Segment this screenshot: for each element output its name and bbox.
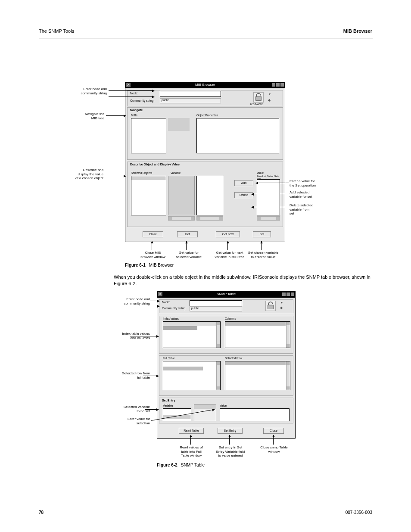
diamond-icon[interactable]: ◆ bbox=[268, 98, 271, 102]
arrow bbox=[109, 96, 154, 97]
arrow bbox=[106, 115, 126, 116]
arrow bbox=[130, 336, 159, 336]
callout-get: Get value forselected variable bbox=[167, 251, 210, 259]
read-table-button[interactable]: Read Table bbox=[179, 428, 204, 434]
close-button[interactable]: Close bbox=[263, 428, 284, 434]
arrow bbox=[109, 90, 154, 91]
mib-tree-thumb bbox=[168, 118, 190, 131]
set-variable-box[interactable] bbox=[163, 408, 191, 421]
full-table-list[interactable] bbox=[163, 361, 221, 390]
diamond-icon[interactable]: ◆ bbox=[280, 306, 283, 310]
delete-button[interactable]: Delete bbox=[234, 192, 253, 198]
callout-read: Read values oftable into FullTable windo… bbox=[170, 445, 213, 458]
arrow bbox=[143, 376, 159, 376]
lock-icon[interactable] bbox=[253, 92, 264, 103]
callout-var: Selected variableto be set bbox=[103, 405, 150, 413]
arrow bbox=[150, 301, 159, 301]
callout-nav: Navigate theMIB tree bbox=[72, 112, 104, 120]
figure1-label: Figure 6-1 bbox=[125, 263, 146, 268]
get-button[interactable]: Get bbox=[177, 231, 198, 237]
arrow bbox=[229, 435, 230, 445]
arrow bbox=[190, 435, 191, 445]
svg-rect-0 bbox=[256, 96, 262, 100]
close-button[interactable]: Close bbox=[143, 231, 163, 237]
callout-node2: Enter node andcommunity string bbox=[107, 297, 150, 305]
lock-icon[interactable] bbox=[265, 301, 276, 311]
set-entry-button[interactable]: Set Entry bbox=[218, 428, 243, 434]
scrollbar[interactable] bbox=[168, 216, 195, 221]
figure2-caption: Figure 6-2SNMP Table bbox=[157, 463, 205, 467]
callout-value2: Enter value forselection bbox=[103, 417, 150, 425]
columns-list[interactable] bbox=[225, 321, 290, 348]
figure1-caption: Figure 6-1MIB Browser bbox=[125, 263, 174, 268]
header-rule bbox=[39, 38, 373, 38]
close-icon[interactable]: X bbox=[126, 83, 131, 87]
set-value-label: Value bbox=[220, 404, 227, 407]
community-input[interactable]: public bbox=[190, 306, 242, 311]
set-entry-panel: Set Entry Variable Value bbox=[159, 398, 293, 423]
figure2-label: Figure 6-2 bbox=[157, 463, 177, 467]
selected-row-list[interactable] bbox=[225, 361, 290, 390]
value-label: Value bbox=[257, 171, 264, 174]
chevron-down-icon[interactable]: ▾ bbox=[269, 92, 271, 96]
set-variable-label: Variable bbox=[163, 404, 173, 407]
arrow bbox=[186, 241, 187, 250]
close-icon[interactable]: X bbox=[158, 292, 162, 296]
community-value: public bbox=[162, 99, 169, 102]
window-titlebar: X MIB Browser bbox=[125, 82, 285, 88]
community-value: public bbox=[191, 307, 199, 310]
window-control-icons[interactable] bbox=[272, 83, 284, 87]
arrow bbox=[145, 409, 159, 410]
figure1-text: MIB Browser bbox=[149, 263, 174, 268]
columns-label: Columns bbox=[225, 317, 236, 320]
callout-add: Add selectedvariable for set bbox=[290, 190, 337, 199]
arrow bbox=[256, 183, 289, 183]
set-button[interactable]: Set bbox=[253, 231, 271, 237]
node-input[interactable] bbox=[190, 300, 242, 306]
arrow bbox=[105, 176, 126, 176]
add-button[interactable]: Add bbox=[234, 180, 253, 186]
snmp-table-window: X SNMP Table Node: Community string: pub… bbox=[157, 291, 296, 439]
value-box[interactable] bbox=[257, 179, 280, 215]
variable-value-box[interactable] bbox=[196, 176, 223, 215]
node-label: Node: bbox=[162, 301, 170, 304]
node-input[interactable] bbox=[160, 91, 221, 97]
mibs-list[interactable] bbox=[131, 118, 166, 153]
scrollbar[interactable] bbox=[196, 216, 223, 221]
community-label: Community string: bbox=[162, 307, 186, 310]
callout-set2: Set entry in SetEntry Variable fieldto v… bbox=[207, 445, 254, 458]
callout-node: Enter node andcommunity string bbox=[64, 87, 107, 95]
index-values-list[interactable] bbox=[163, 321, 221, 348]
window-title: MIB Browser bbox=[195, 83, 215, 87]
chevron-down-icon[interactable]: ▾ bbox=[281, 301, 283, 305]
arrow bbox=[150, 306, 159, 306]
window-titlebar: X SNMP Table bbox=[157, 292, 295, 298]
variable-label: Variable bbox=[171, 171, 181, 174]
selected-row-label: Selected Row bbox=[225, 357, 242, 360]
connection-panel: Node: Community string: public ▾ ◆ read-… bbox=[127, 90, 283, 106]
arrow bbox=[227, 241, 228, 250]
set-value-box[interactable] bbox=[220, 408, 290, 421]
arrow bbox=[252, 194, 288, 194]
selected-objects-box[interactable] bbox=[131, 176, 166, 215]
object-properties-box[interactable] bbox=[196, 118, 279, 153]
community-input[interactable]: public bbox=[160, 98, 221, 103]
arrow bbox=[273, 435, 274, 445]
mib-browser-window: X MIB Browser Node: Community string: pu… bbox=[125, 82, 285, 242]
community-label: Community string: bbox=[130, 99, 154, 102]
window-title: SNMP Table bbox=[217, 292, 236, 296]
page-number: 78 bbox=[39, 510, 44, 515]
arrow bbox=[252, 207, 288, 207]
arrow bbox=[152, 241, 152, 250]
figure2-text: SNMP Table bbox=[181, 463, 205, 467]
node-label: Node: bbox=[130, 92, 138, 95]
mibs-header: MIBs bbox=[131, 114, 137, 117]
navigate-label: Navigate bbox=[130, 109, 143, 112]
index-label: Index Values bbox=[163, 317, 179, 320]
window-control-icons[interactable] bbox=[282, 292, 294, 296]
getnext-button[interactable]: Get next bbox=[216, 231, 240, 237]
scrollbar[interactable] bbox=[257, 216, 280, 221]
read-write-label: read-write bbox=[250, 103, 263, 106]
table-panel: Full Table Selected Row bbox=[159, 355, 293, 396]
navigate-panel: Navigate MIBs Object Properties bbox=[127, 107, 283, 160]
